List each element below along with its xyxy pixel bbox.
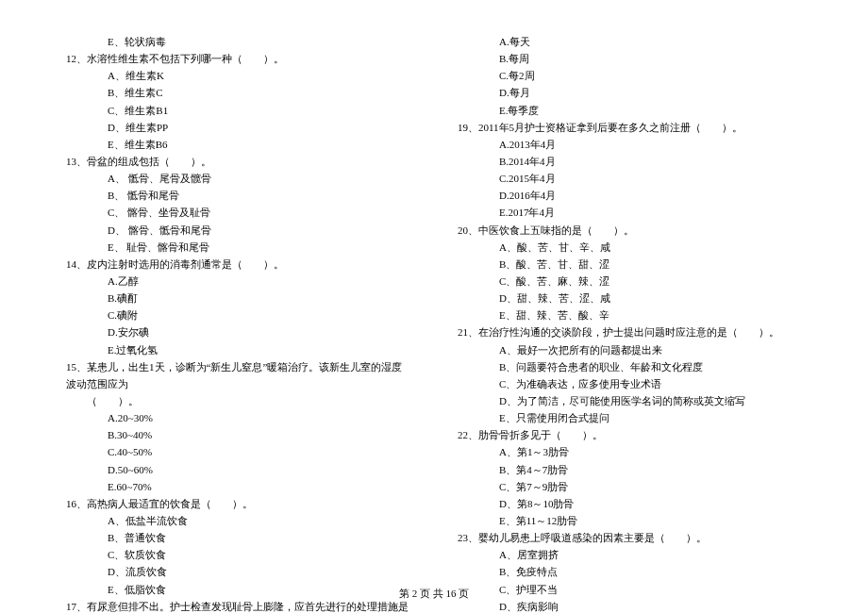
page-footer: 第 2 页 共 16 页 <box>0 585 868 602</box>
q21-option-d: D、为了简洁，尽可能使用医学名词的简称或英文缩写 <box>458 392 802 409</box>
q16-option-b: B、普通饮食 <box>66 529 410 546</box>
q12-stem: 12、水溶性维生素不包括下列哪一种（ ）。 <box>66 50 410 67</box>
q12-option-e: E、维生素B6 <box>66 136 410 153</box>
q13-option-d: D、 髂骨、骶骨和尾骨 <box>66 222 410 239</box>
left-column: E、轮状病毒 12、水溶性维生素不包括下列哪一种（ ）。 A、维生素K B、维生… <box>66 33 410 613</box>
q20-stem: 20、中医饮食上五味指的是（ ）。 <box>458 222 802 239</box>
q18-option-a: A.每天 <box>458 33 802 50</box>
q21-option-c: C、为准确表达，应多使用专业术语 <box>458 375 802 392</box>
q14-option-b: B.碘酊 <box>66 290 410 306</box>
q23-option-a: A、居室拥挤 <box>458 546 802 563</box>
q12-option-a: A、维生素K <box>66 67 410 84</box>
q14-stem: 14、皮内注射时选用的消毒剂通常是（ ）。 <box>66 256 410 273</box>
q19-option-b: B.2014年4月 <box>458 153 802 170</box>
q13-option-e: E、 耻骨、髂骨和尾骨 <box>66 239 410 256</box>
q15-stem-line2: （ ）。 <box>66 392 410 409</box>
q11-option-e: E、轮状病毒 <box>66 33 410 50</box>
q20-option-d: D、甜、辣、苦、涩、咸 <box>458 290 802 306</box>
q13-stem: 13、骨盆的组成包括（ ）。 <box>66 153 410 170</box>
q14-option-e: E.过氧化氢 <box>66 341 410 358</box>
q23-option-b: B、免疫特点 <box>458 563 802 580</box>
q13-option-a: A、 骶骨、尾骨及髋骨 <box>66 170 410 187</box>
q13-option-c: C、 髂骨、坐骨及耻骨 <box>66 204 410 221</box>
q22-option-e: E、第11～12肋骨 <box>458 512 802 529</box>
q20-option-b: B、酸、苦、甘、甜、涩 <box>458 256 802 273</box>
q22-option-b: B、第4～7肋骨 <box>458 461 802 478</box>
q21-option-e: E、只需使用闭合式提问 <box>458 409 802 426</box>
q22-option-c: C、第7～9肋骨 <box>458 478 802 495</box>
q15-option-d: D.50~60% <box>66 461 410 478</box>
q19-option-a: A.2013年4月 <box>458 136 802 153</box>
q18-option-e: E.每季度 <box>458 102 802 119</box>
q16-option-d: D、流质饮食 <box>66 563 410 580</box>
q16-option-a: A、低盐半流饮食 <box>66 512 410 529</box>
q15-option-e: E.60~70% <box>66 478 410 495</box>
q20-option-a: A、酸、苦、甘、辛、咸 <box>458 239 802 256</box>
q15-option-a: A.20~30% <box>66 409 410 426</box>
q22-option-d: D、第8～10肋骨 <box>458 495 802 512</box>
right-column: A.每天 B.每周 C.每2周 D.每月 E.每季度 19、2011年5月护士资… <box>458 33 802 613</box>
q14-option-d: D.安尔碘 <box>66 323 410 340</box>
q15-option-b: B.30~40% <box>66 426 410 443</box>
q19-option-e: E.2017年4月 <box>458 204 802 221</box>
q19-option-d: D.2016年4月 <box>458 187 802 204</box>
q14-option-a: A.乙醇 <box>66 273 410 290</box>
q20-option-c: C、酸、苦、麻、辣、涩 <box>458 273 802 290</box>
q20-option-e: E、甜、辣、苦、酸、辛 <box>458 306 802 323</box>
q12-option-b: B、维生素C <box>66 84 410 101</box>
q21-option-a: A、最好一次把所有的问题都提出来 <box>458 341 802 358</box>
q14-option-c: C.碘附 <box>66 306 410 323</box>
q21-option-b: B、问题要符合患者的职业、年龄和文化程度 <box>458 358 802 375</box>
page-columns: E、轮状病毒 12、水溶性维生素不包括下列哪一种（ ）。 A、维生素K B、维生… <box>66 33 802 613</box>
q12-option-c: C、维生素B1 <box>66 102 410 119</box>
q16-option-c: C、软质饮食 <box>66 546 410 563</box>
q18-option-b: B.每周 <box>458 50 802 67</box>
q16-stem: 16、高热病人最适宜的饮食是（ ）。 <box>66 495 410 512</box>
q19-stem: 19、2011年5月护士资格证拿到后要在多久之前注册（ ）。 <box>458 119 802 136</box>
q15-stem-line1: 15、某患儿，出生1天，诊断为“新生儿窒息”暖箱治疗。该新生儿室的湿度波动范围应… <box>66 358 410 392</box>
q12-option-d: D、维生素PP <box>66 119 410 136</box>
q23-stem: 23、婴幼儿易患上呼吸道感染的因素主要是（ ）。 <box>458 529 802 546</box>
q22-stem: 22、肋骨骨折多见于（ ）。 <box>458 426 802 443</box>
q18-option-d: D.每月 <box>458 84 802 101</box>
q13-option-b: B、 骶骨和尾骨 <box>66 187 410 204</box>
q15-option-c: C.40~50% <box>66 443 410 460</box>
q19-option-c: C.2015年4月 <box>458 170 802 187</box>
q18-option-c: C.每2周 <box>458 67 802 84</box>
q22-option-a: A、第1～3肋骨 <box>458 443 802 460</box>
q21-stem: 21、在治疗性沟通的交谈阶段，护士提出问题时应注意的是（ ）。 <box>458 323 802 340</box>
